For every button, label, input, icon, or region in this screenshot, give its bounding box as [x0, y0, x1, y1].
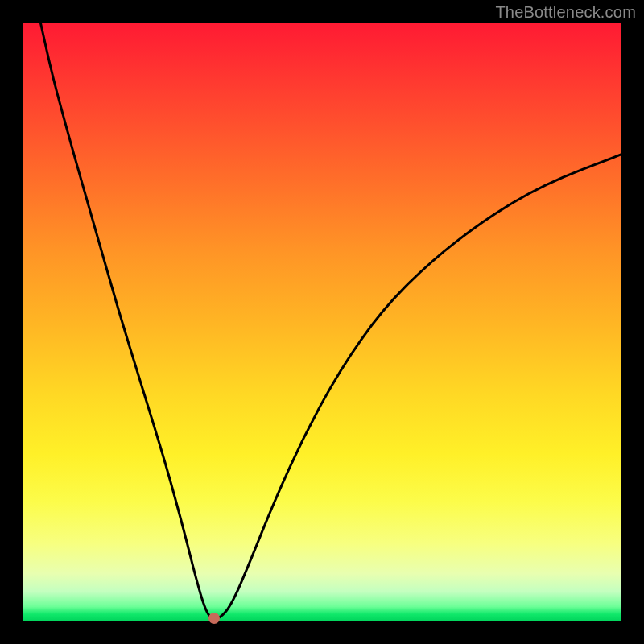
chart-frame: TheBottleneck.com — [0, 0, 644, 644]
bottleneck-curve — [23, 23, 621, 621]
minimum-marker-dot — [208, 613, 220, 624]
watermark-text: TheBottleneck.com — [495, 3, 636, 22]
curve-path — [40, 23, 621, 618]
plot-area — [23, 23, 621, 621]
